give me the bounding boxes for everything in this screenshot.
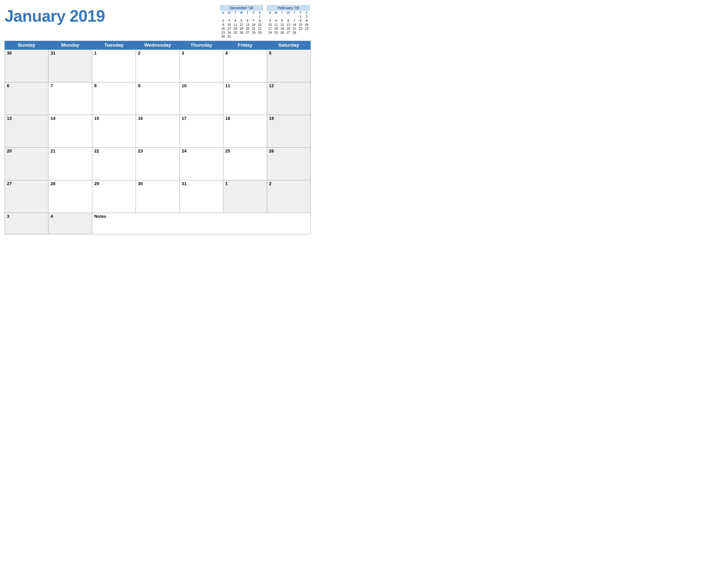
mini-cal-day: 9 (220, 23, 226, 27)
calendar-day[interactable]: 29 (92, 180, 136, 213)
calendar-day[interactable]: 26 (267, 148, 310, 180)
mini-cal-row: 2345678 (220, 19, 263, 23)
mini-cal-row: 9101112131415 (220, 23, 263, 27)
mini-cal-day: 29 (257, 31, 263, 35)
calendar-day[interactable]: 6 (5, 82, 48, 115)
dow-header: Sunday (5, 41, 48, 50)
mini-cal-row: 17181920212223 (267, 27, 310, 31)
calendar-day[interactable]: 1 (223, 180, 267, 213)
mini-cal-day: 13 (285, 23, 291, 27)
mini-cal-day: 2 (304, 15, 310, 19)
calendar-day[interactable]: 31 (179, 180, 223, 213)
mini-cal-body: 1234567891011121314151617181920212223242… (267, 15, 310, 35)
mini-cal-day: 5 (279, 19, 285, 23)
calendar-day[interactable]: 8 (92, 82, 136, 115)
calendar-day[interactable]: 3 (179, 50, 223, 82)
calendar-day[interactable]: 4 (223, 50, 267, 82)
dow-header: Thursday (179, 41, 223, 50)
mini-cal-day: 7 (251, 19, 257, 23)
calendar-day[interactable]: 2 (136, 50, 179, 82)
mini-cal-day (251, 15, 257, 19)
mini-cal-row: 12 (267, 15, 310, 19)
calendar-day[interactable]: 20 (5, 148, 48, 180)
mini-cal-day (285, 15, 291, 19)
calendar-day[interactable]: 12 (267, 82, 310, 115)
mini-cal-day (273, 15, 279, 19)
mini-cal-day (220, 15, 226, 19)
calendar-day[interactable]: 15 (92, 115, 136, 148)
calendar-day[interactable]: 30 (5, 50, 48, 82)
calendar-day[interactable]: 7 (48, 82, 92, 115)
calendar-day[interactable]: 31 (48, 50, 92, 82)
calendar-day[interactable]: 1 (92, 50, 136, 82)
calendar-day[interactable]: 19 (267, 115, 310, 148)
calendar-day[interactable]: 14 (48, 115, 92, 148)
calendar-day[interactable]: 9 (136, 82, 179, 115)
mini-cal-day (267, 15, 273, 19)
calendar-day[interactable]: 28 (48, 180, 92, 213)
mini-cal-title: December '18 (220, 5, 263, 11)
mini-cal-day: 31 (226, 35, 232, 39)
mini-cal-day (257, 35, 263, 39)
mini-cal-day: 26 (238, 31, 244, 35)
calendar-day[interactable]: 24 (179, 148, 223, 180)
mini-cal-day: 23 (220, 31, 226, 35)
calendar-row: 20212223242526 (5, 148, 311, 180)
calendar-day[interactable]: 10 (179, 82, 223, 115)
mini-cal-day: 16 (220, 27, 226, 31)
mini-cal-day: 6 (285, 19, 291, 23)
mini-cal-dow-row: S M T W T F S (267, 11, 310, 15)
mini-cal-day: 15 (257, 23, 263, 27)
mini-cal-row: 3456789 (267, 19, 310, 23)
calendar-day[interactable]: 21 (48, 148, 92, 180)
calendar-day[interactable]: 30 (136, 180, 179, 213)
notes-cell[interactable]: Notes (92, 213, 310, 234)
mini-cal-day (291, 15, 297, 19)
calendar-day[interactable]: 23 (136, 148, 179, 180)
mini-cal-day: 7 (291, 19, 297, 23)
calendar-day[interactable]: 4 (48, 213, 92, 234)
dow-header: Saturday (267, 41, 310, 50)
mini-cal-day: 20 (285, 27, 291, 31)
calendar-day[interactable]: 27 (5, 180, 48, 213)
mini-cal-day: 18 (273, 27, 279, 31)
mini-cal-day: 10 (267, 23, 273, 27)
mini-cal-dow-row: S M T W T F S (220, 11, 263, 15)
calendar-day[interactable]: 13 (5, 115, 48, 148)
mini-cal-day: 11 (232, 23, 238, 27)
mini-cal-day: 14 (251, 23, 257, 27)
mini-calendar-next: February '19 S M T W T F S 1234567891011… (267, 5, 310, 39)
mini-cal-day: 21 (251, 27, 257, 31)
calendar-day[interactable]: 3 (5, 213, 48, 234)
calendar-day[interactable]: 17 (179, 115, 223, 148)
calendar-day[interactable]: 5 (267, 50, 310, 82)
calendar-day[interactable]: 25 (223, 148, 267, 180)
mini-cal-row: 23242526272829 (220, 31, 263, 35)
mini-cal-day: 30 (220, 35, 226, 39)
mini-cal-title: February '19 (267, 5, 310, 11)
mini-cal-day: 23 (304, 27, 310, 31)
dow-header-row: Sunday Monday Tuesday Wednesday Thursday… (5, 41, 311, 50)
mini-cal-day: 22 (297, 27, 304, 31)
mini-cal-day: 17 (226, 27, 232, 31)
calendar-day[interactable]: 18 (223, 115, 267, 148)
mini-cal-day: 3 (267, 19, 273, 23)
calendar-day[interactable]: 22 (92, 148, 136, 180)
mini-cal-day (238, 15, 244, 19)
calendar-day[interactable]: 11 (223, 82, 267, 115)
dow-header: Monday (48, 41, 92, 50)
mini-cal-day: 15 (297, 23, 304, 27)
mini-cal-day: 13 (244, 23, 251, 27)
mini-cal-day: 9 (304, 19, 310, 23)
mini-cal-day: 21 (291, 27, 297, 31)
mini-cal-day (244, 15, 251, 19)
calendar-day[interactable]: 2 (267, 180, 310, 213)
calendar-row: 272829303112 (5, 180, 311, 213)
mini-cal-day: 8 (257, 19, 263, 23)
mini-cal-day (232, 15, 238, 19)
mini-cal-day: 20 (244, 27, 251, 31)
mini-cal-day: 4 (273, 19, 279, 23)
calendar-day[interactable]: 16 (136, 115, 179, 148)
month-title: January 2019 (5, 7, 105, 25)
mini-cal-day: 24 (267, 31, 273, 35)
